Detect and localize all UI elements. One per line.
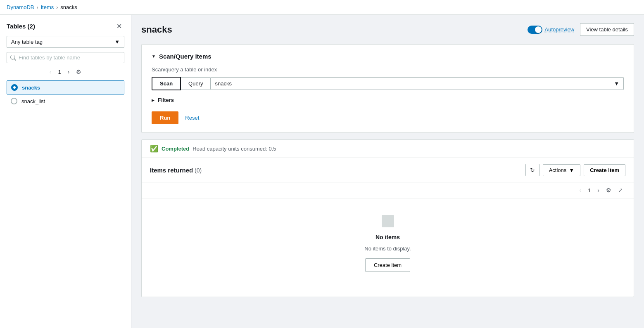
page-number: 1 [55,68,63,76]
empty-title: No items [375,234,400,241]
table-item-snacks[interactable]: snacks [7,80,124,94]
results-expand-icon[interactable]: ⤢ [615,186,625,195]
filters-row[interactable]: ▶ Filters [152,97,624,103]
search-icon [10,55,16,61]
search-input-wrap [7,52,124,63]
results-pagination: ‹ 1 › ⚙ ⤢ [142,182,634,198]
search-input[interactable] [19,54,121,61]
autopreview-label[interactable]: Autopreview [545,26,575,33]
table-name-snack-list: snack_list [21,98,45,104]
filters-label: Filters [158,97,174,103]
create-item-button-top[interactable]: Create item [584,164,625,176]
scan-query-card: ▼ Scan/Query items Scan/query a table or… [141,44,634,133]
action-row: Run Reset [152,111,624,124]
results-count: (0) [195,167,202,174]
results-title-wrap: Items returned (0) [150,167,202,174]
table-select-value: snacks [215,80,231,87]
chevron-down-icon: ▼ [114,39,120,45]
breadcrumb-sep-2: › [56,5,58,10]
reset-button[interactable]: Reset [183,111,201,124]
query-tab[interactable]: Query [181,77,211,90]
actions-label: Actions [549,167,567,173]
status-label: Completed [162,146,189,152]
prev-page-button[interactable]: ‹ [47,67,54,76]
breadcrumb-items[interactable]: Items [40,4,54,10]
tag-dropdown[interactable]: Any table tag ▼ [7,36,124,48]
sidebar-title: Tables (2) [7,23,35,30]
results-prev-page-button[interactable]: ‹ [577,186,584,195]
scan-query-row: Scan Query snacks ▼ [152,77,624,90]
next-page-button[interactable]: › [65,67,72,76]
refresh-button[interactable]: ↻ [525,164,539,176]
results-settings-icon[interactable]: ⚙ [604,186,614,195]
empty-subtitle: No items to display. [364,245,411,252]
sidebar-pagination: ‹ 1 › ⚙ [7,67,124,76]
actions-dropdown-button[interactable]: Actions ▼ [543,164,581,176]
table-item-snack-list[interactable]: snack_list [7,94,124,108]
scan-tab[interactable]: Scan [152,77,181,90]
autopreview-wrap: Autopreview [528,26,575,34]
breadcrumb-bar: DynamoDB › Items › snacks [0,0,644,15]
status-success-icon: ✅ [150,145,158,153]
sidebar: Tables (2) ✕ Any table tag ▼ ‹ 1 › ⚙ sna… [0,15,131,328]
radio-snack-list [11,98,17,104]
view-table-details-button[interactable]: View table details [580,23,634,36]
breadcrumb-dynamodb[interactable]: DynamoDB [7,4,34,10]
results-next-page-button[interactable]: › [595,186,602,195]
results-page-number: 1 [585,186,593,194]
content-area: snacks Autopreview View table details ▼ … [131,15,644,328]
page-header: snacks Autopreview View table details [141,23,634,36]
run-button[interactable]: Run [152,111,178,124]
main-layout: Tables (2) ✕ Any table tag ▼ ‹ 1 › ⚙ sna… [0,15,644,328]
table-name-snacks: snacks [22,85,40,91]
autopreview-toggle[interactable] [528,26,542,34]
header-actions: Autopreview View table details [528,23,634,36]
page-title: snacks [141,24,172,35]
table-list: snacks snack_list [7,80,124,321]
section-collapse-icon[interactable]: ▼ [152,54,156,59]
breadcrumb-sep-1: › [36,5,38,10]
results-header: Items returned (0) ↻ Actions ▼ Create it… [142,158,634,182]
breadcrumb-snacks: snacks [60,4,77,10]
results-card: ✅ Completed Read capacity units consumed… [141,139,634,297]
results-actions: ↻ Actions ▼ Create item [525,164,625,176]
section-title: Scan/Query items [159,53,211,60]
status-detail: Read capacity units consumed: 0.5 [192,146,276,152]
radio-snacks [11,84,18,91]
pagination-settings-icon[interactable]: ⚙ [74,67,84,76]
scan-query-label: Scan/query a table or index [152,66,624,73]
empty-state: No items No items to display. Create ite… [142,198,634,297]
sidebar-close-button[interactable]: ✕ [114,21,124,31]
table-select-chevron-icon: ▼ [614,80,619,87]
filters-expand-icon: ▶ [152,98,154,102]
create-item-button-empty[interactable]: Create item [365,258,410,272]
sidebar-header: Tables (2) ✕ [7,21,124,31]
results-title: Items returned [150,167,193,174]
tag-dropdown-label: Any table tag [11,39,43,45]
section-header: ▼ Scan/Query items [152,53,624,60]
status-bar: ✅ Completed Read capacity units consumed… [142,140,634,158]
table-select-dropdown[interactable]: snacks ▼ [211,77,624,90]
refresh-icon: ↻ [530,167,535,173]
actions-chevron-icon: ▼ [569,167,574,173]
empty-icon [382,215,394,227]
